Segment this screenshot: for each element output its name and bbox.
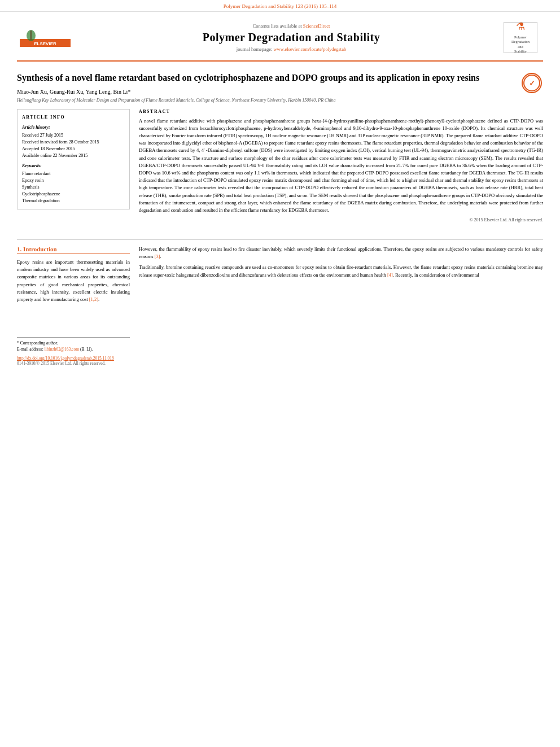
keywords-label: Keywords: (22, 163, 125, 169)
abstract-column: ABSTRACT A novel flame retardant additiv… (139, 109, 543, 222)
abstract-title: ABSTRACT (139, 109, 543, 114)
email-link[interactable]: libinzh62@163.com (45, 347, 80, 352)
received-block: Received 27 July 2015 Received in revise… (22, 132, 125, 159)
article-info-title: ARTICLE INFO (22, 114, 125, 121)
article-title-block: Synthesis of a novel flame retardant bas… (17, 72, 543, 84)
main-content: Synthesis of a novel flame retardant bas… (0, 62, 560, 234)
doi-section: http://dx.doi.org/10.1016/j.polymdegrads… (17, 355, 130, 366)
article-title: Synthesis of a novel flame retardant bas… (17, 72, 543, 84)
footnote-area: * Corresponding author. E-mail address: … (17, 337, 130, 366)
journal-title: Polymer Degradation and Stability (203, 31, 380, 44)
header-right: ⚗ Polymer Degradation and Stability (498, 18, 543, 57)
revised-date: Received in revised form 28 October 2015 (22, 139, 125, 146)
sciencedirect-link[interactable]: ScienceDirect (303, 23, 330, 29)
footer-spacer (0, 366, 560, 377)
svg-rect-3 (30, 30, 32, 40)
page-wrapper: Polymer Degradation and Stability 123 (2… (0, 0, 560, 377)
keyword-5: Thermal degradation (22, 198, 125, 204)
journal-logo-box: ⚗ Polymer Degradation and Stability (504, 22, 537, 53)
accepted-date: Accepted 18 November 2015 (22, 146, 125, 152)
intro-right-column: However, the flammability of epoxy resin… (139, 246, 543, 366)
header-left: ELSEVIER (17, 18, 85, 57)
article-info-box: ARTICLE INFO Article history: Received 2… (17, 109, 130, 209)
keyword-4: Cyclotriphosphazene (22, 191, 125, 198)
header-center: Contents lists available at ScienceDirec… (85, 18, 498, 57)
journal-bar-text: Polymer Degradation and Stability 123 (2… (224, 3, 337, 9)
keyword-3: Synthesis (22, 184, 125, 191)
journal-logo-icon: ⚗ (516, 20, 525, 33)
sciencedirect-label: Contents lists available at ScienceDirec… (253, 23, 330, 29)
received-date: Received 27 July 2015 (22, 132, 125, 139)
journal-homepage: journal homepage: www.elsevier.com/locat… (237, 46, 346, 52)
intro-heading: 1. Introduction (17, 246, 130, 254)
star-note: * Corresponding author. (17, 340, 130, 346)
affiliation: Heilongjiang Key Laboratory of Molecular… (17, 97, 543, 103)
issn-line: 0141-3910/© 2015 Elsevier Ltd. All right… (17, 361, 130, 366)
svg-text:✓: ✓ (529, 79, 535, 88)
email-line: E-mail address: libinzh62@163.com (B. Li… (17, 347, 130, 352)
ref-4: [4] (387, 272, 393, 278)
keyword-2: Epoxy resin (22, 177, 125, 184)
authors: Miao-Jun Xu, Guang-Rui Xu, Yang Leng, Bi… (17, 89, 543, 95)
abstract-text: A novel flame retardant additive with ph… (139, 117, 543, 214)
journal-bar: Polymer Degradation and Stability 123 (2… (0, 0, 560, 12)
article-info-column: ARTICLE INFO Article history: Received 2… (17, 109, 130, 222)
intro-left-text: Epoxy resins are important thermosetting… (17, 259, 130, 303)
history-label: Article history: (22, 124, 125, 131)
crossmark-icon: ✓ (522, 73, 542, 93)
keyword-1: Flame retardant (22, 171, 125, 177)
keywords-list: Flame retardant Epoxy resin Synthesis Cy… (22, 171, 125, 204)
elsevier-logo-svg: ELSEVIER (20, 28, 71, 53)
ref-3: [3] (155, 254, 160, 259)
section-divider (17, 239, 543, 240)
introduction-section: 1. Introduction Epoxy resins are importa… (0, 246, 560, 366)
intro-right-para2: Traditionally, bromine containing reacti… (139, 264, 543, 278)
doi-link[interactable]: http://dx.doi.org/10.1016/j.polymdegrads… (17, 356, 114, 361)
available-date: Available online 22 November 2015 (22, 152, 125, 159)
crossmark-badge[interactable]: ✓ (520, 72, 543, 94)
homepage-link[interactable]: www.elsevier.com/locate/polydegstab (273, 46, 346, 52)
ref-1-2: [1,2] (89, 296, 98, 302)
header-section: ELSEVIER Contents lists available at Sci… (17, 12, 543, 62)
svg-text:ELSEVIER: ELSEVIER (34, 41, 56, 46)
intro-left-column: 1. Introduction Epoxy resins are importa… (17, 246, 130, 366)
intro-right-para1: However, the flammability of epoxy resin… (139, 246, 543, 260)
copyright-line: © 2015 Elsevier Ltd. All rights reserved… (139, 217, 543, 222)
article-info-abstract-row: ARTICLE INFO Article history: Received 2… (17, 109, 543, 222)
